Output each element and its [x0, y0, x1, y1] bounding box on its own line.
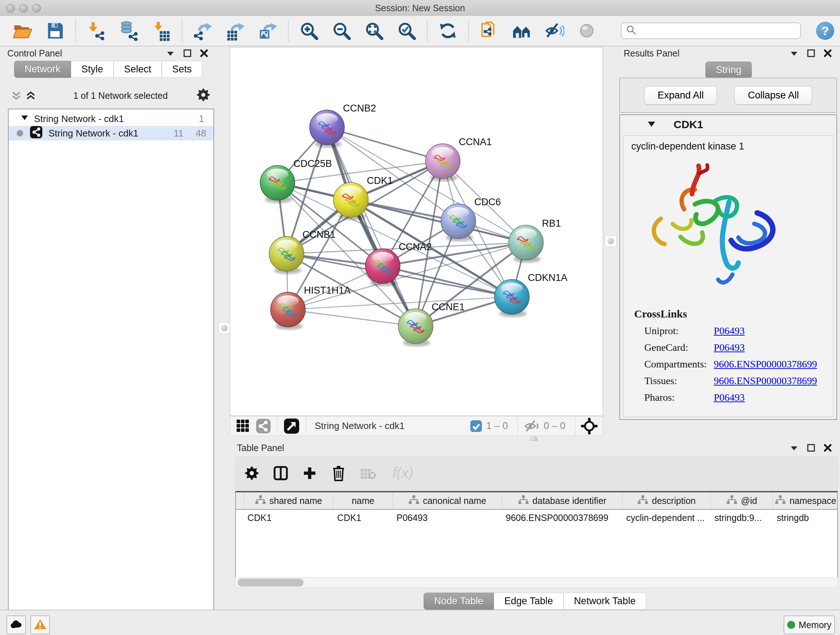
zoom-out-icon[interactable]	[332, 21, 352, 41]
expand-all-networks-icon[interactable]	[25, 89, 37, 102]
column-header--id[interactable]: @id	[711, 492, 773, 509]
table-cell[interactable]: CDK1	[244, 510, 333, 526]
zoom-fit-icon[interactable]	[364, 21, 384, 41]
help-button[interactable]: ?	[816, 22, 834, 40]
table-cell[interactable]: stringdb	[773, 510, 838, 526]
node-label: CDK1	[367, 175, 393, 186]
add-column-icon[interactable]	[302, 466, 317, 481]
search-input[interactable]	[637, 25, 796, 36]
section-expander-icon[interactable]	[647, 119, 656, 130]
svg-text:f(x): f(x)	[393, 465, 414, 481]
float-panel-icon[interactable]	[807, 443, 815, 452]
column-header-description[interactable]: description	[622, 492, 711, 509]
table-cell[interactable]: cyclin-dependent ...	[622, 510, 711, 526]
tab-edge-table[interactable]: Edge Table	[494, 593, 564, 610]
expand-all-button[interactable]: Expand All	[644, 86, 717, 105]
search-field[interactable]	[621, 22, 801, 39]
panel-menu-icon[interactable]	[789, 49, 799, 58]
network-collection-row[interactable]: String Network - cdk1 1	[9, 111, 213, 126]
export-table-icon[interactable]	[225, 21, 245, 41]
first-neighbors-icon[interactable]	[512, 21, 532, 41]
tab-string[interactable]: String	[706, 62, 752, 79]
tab-node-table[interactable]: Node Table	[424, 593, 494, 610]
crosslinks-title: CrossLinks	[634, 308, 833, 320]
tab-network-table[interactable]: Network Table	[564, 593, 646, 610]
network-row[interactable]: String Network - cdk1 11 48	[9, 126, 213, 141]
node-CCNA1[interactable]: CCNA1	[425, 136, 492, 181]
save-session-icon[interactable]	[45, 21, 65, 41]
import-network-file-icon[interactable]	[86, 21, 106, 41]
table-settings-icon[interactable]	[244, 466, 259, 481]
apply-preferred-layout-icon[interactable]	[438, 21, 458, 41]
zoom-in-icon[interactable]	[299, 21, 319, 41]
table-cell[interactable]: P06493	[393, 510, 502, 526]
export-image-icon[interactable]	[257, 21, 278, 41]
column-header-database-identifier[interactable]: database identifier	[502, 492, 622, 509]
import-network-database-icon[interactable]	[118, 21, 139, 41]
panel-menu-icon[interactable]	[166, 49, 175, 58]
import-table-file-icon[interactable]	[151, 21, 172, 41]
node-CDKN1A[interactable]: CDKN1A	[494, 272, 568, 317]
close-panel-icon[interactable]	[823, 443, 832, 452]
gene-detail-card: cyclin-dependent kinase 1	[623, 135, 834, 417]
warnings-button[interactable]	[30, 616, 50, 634]
tab-select[interactable]: Select	[114, 61, 162, 78]
scrollbar-thumb[interactable]	[238, 578, 303, 586]
crosslink-value-link[interactable]: 9606.ENSP00000378699	[714, 375, 817, 386]
right-splitter-handle[interactable]	[605, 235, 616, 247]
tab-style[interactable]: Style	[71, 61, 114, 78]
export-network-icon[interactable]	[193, 21, 213, 41]
crosslink-value-link[interactable]: P06493	[714, 342, 745, 353]
node-RB1[interactable]: RB1	[508, 218, 561, 263]
close-panel-icon[interactable]	[200, 49, 208, 57]
crosslink-value-link[interactable]: 9606.ENSP00000378699	[714, 358, 817, 370]
string-network-icon	[30, 126, 43, 141]
network-overview-icon[interactable]	[256, 418, 271, 434]
float-panel-icon[interactable]	[807, 49, 815, 57]
table-cell[interactable]: stringdb:9...	[711, 510, 773, 526]
network-options-gear-icon[interactable]	[196, 88, 210, 103]
node-CDK1[interactable]: CDK1	[333, 175, 393, 220]
column-header-name[interactable]: name	[333, 492, 393, 509]
tab-sets[interactable]: Sets	[162, 61, 202, 78]
zoom-selected-icon[interactable]	[396, 21, 417, 41]
left-splitter-handle[interactable]	[218, 322, 230, 334]
delete-column-icon[interactable]	[331, 465, 346, 481]
crosslink-value-link[interactable]: P06493	[714, 392, 745, 403]
grid-view-icon[interactable]	[235, 418, 251, 434]
node-label: CDC6	[474, 196, 501, 207]
show-all-icon[interactable]	[576, 21, 597, 41]
column-header-shared-name[interactable]: shared name	[244, 492, 333, 509]
float-panel-icon[interactable]	[183, 49, 192, 57]
close-panel-icon[interactable]	[823, 49, 832, 57]
node-CCNB2[interactable]: CCNB2	[309, 103, 376, 148]
network-canvas[interactable]: CDK1CCNB1CCNB2CCNA1CCNA2CCNE1CDC25BCDC6C…	[230, 47, 603, 416]
new-network-from-selection-icon[interactable]	[479, 21, 499, 41]
node-table[interactable]: shared namenamecanonical namedatabase id…	[235, 491, 838, 585]
crosslink-value-link[interactable]: P06493	[714, 325, 745, 337]
network-column-icon	[638, 495, 648, 507]
memory-button[interactable]: Memory	[783, 616, 835, 634]
fit-selected-crosshair-icon[interactable]	[581, 418, 598, 434]
crosslink-label: Pharos:	[644, 392, 714, 403]
column-header-namespace[interactable]: namespace	[773, 492, 838, 509]
collection-count: 1	[199, 113, 204, 125]
cloud-status-button[interactable]	[6, 616, 26, 634]
gene-section-header[interactable]: CDK1	[620, 115, 836, 134]
column-visibility-icon[interactable]	[273, 466, 288, 481]
current-network-dot-icon	[17, 130, 23, 136]
open-session-icon[interactable]	[12, 21, 33, 41]
selected-nodes-checkbox-icon[interactable]	[470, 420, 483, 432]
collapse-all-button[interactable]: Collapse All	[734, 86, 812, 105]
collapse-all-networks-icon[interactable]	[10, 89, 22, 102]
table-cell[interactable]: CDK1	[333, 510, 393, 526]
node-HIST1H1A[interactable]: HIST1H1A	[271, 285, 351, 330]
table-horizontal-scrollbar[interactable]	[235, 577, 838, 588]
panel-menu-icon[interactable]	[789, 443, 799, 453]
table-cell[interactable]: 9606.ENSP00000378699	[502, 510, 622, 526]
tree-expander-icon[interactable]	[20, 113, 29, 125]
birds-eye-view-icon[interactable]	[283, 418, 300, 434]
hide-selected-icon[interactable]	[544, 21, 564, 41]
column-header-canonical-name[interactable]: canonical name	[393, 492, 502, 509]
tab-network[interactable]: Network	[14, 61, 71, 78]
